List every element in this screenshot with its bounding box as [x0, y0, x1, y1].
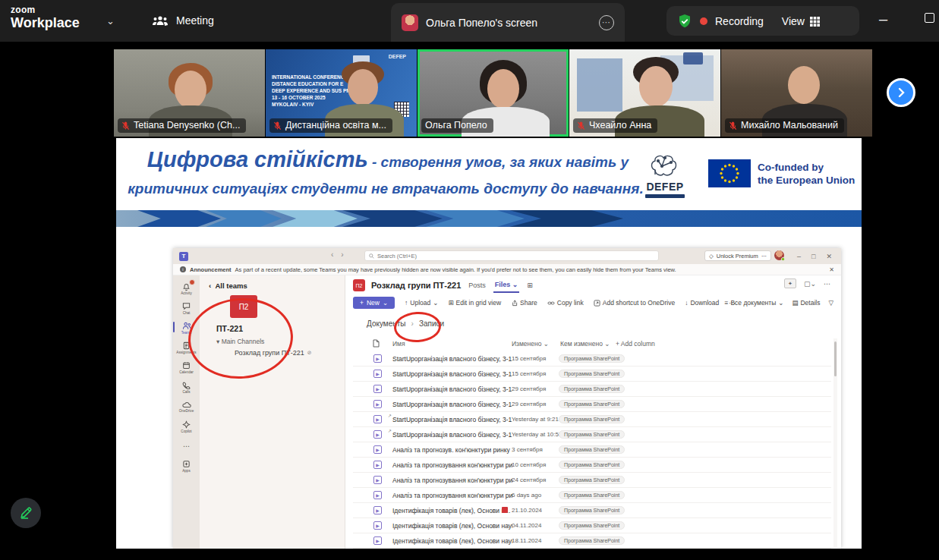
more-options-icon[interactable]: ⋯ [824, 280, 830, 288]
add-column-button[interactable]: + Add column [616, 340, 655, 348]
file-modified-by-badge[interactable]: Программа SharePoint [559, 521, 625, 530]
video-tile-mykhailo-malovanyi[interactable]: Михайло Мальований [721, 49, 872, 137]
details-button[interactable]: ▤ Details [792, 299, 820, 307]
download-button[interactable]: ↓ Download [685, 299, 719, 307]
file-row[interactable]: ▶ Аналіз та прогнозув. кон'юнктури ринку… [353, 442, 831, 458]
file-name[interactable]: StartUpорганізація власного бізнесу, 3-1… [392, 416, 512, 423]
file-name[interactable]: Аналіз та прогнозування кон'юнктури ри..… [392, 492, 512, 499]
file-row[interactable]: ▶ Ідентифікація товарів (лек), Основи на… [353, 533, 831, 549]
search-input[interactable] [377, 253, 654, 260]
participant-name-pill: Михайло Мальований [725, 118, 844, 133]
scrollbar-thumb[interactable] [834, 341, 837, 376]
sparkle-icon[interactable]: ✦ [784, 278, 796, 288]
upload-button[interactable]: ↑ Upload ⌄ [405, 299, 438, 307]
column-modified-by[interactable]: Кем изменено ⌄ [560, 340, 610, 348]
nav-back-forward-icons[interactable]: ‹› [331, 250, 351, 259]
window-maximize-button[interactable] [925, 13, 934, 23]
tab-files[interactable]: Files ⌄ [493, 278, 520, 293]
file-row[interactable]: ▶ StartUpорганізація власного бізнесу, 3… [353, 397, 831, 412]
unlock-premium-button[interactable]: ◇ Unlock Premium ⋯ [704, 250, 771, 261]
file-modified-date: 15 сентября [512, 370, 546, 377]
teams-user-avatar[interactable] [774, 250, 784, 260]
tab-meeting[interactable]: Meeting [152, 10, 214, 31]
file-row[interactable]: ▶ Аналіз та прогнозування кон'юнктури ри… [353, 458, 831, 473]
window-minimize-button[interactable]: – [879, 11, 887, 28]
file-modified-by-badge[interactable]: Программа SharePoint [559, 430, 625, 439]
file-row[interactable]: ▶ Ідентифікація товарів (лек), Основи н.… [353, 503, 831, 518]
file-modified-by-badge[interactable]: Программа SharePoint [559, 400, 625, 408]
tab-screen-share[interactable]: Ольга Попело's screen ⋯ [391, 3, 625, 42]
file-name[interactable]: Аналіз та прогнозув. кон'юнктури ринку .… [392, 446, 512, 454]
security-shield-icon[interactable] [677, 14, 692, 29]
file-row[interactable]: ▶ StartUpорганізація власного бізнесу, 3… [353, 351, 831, 367]
file-modified-date: 24 сентября [512, 477, 546, 483]
file-modified-by-badge[interactable]: Программа SharePoint [559, 370, 625, 378]
file-name[interactable]: StartUpорганізація власного бізнесу, 3-1… [392, 370, 512, 378]
video-file-icon: ▶ [373, 445, 382, 454]
defep-logo-mini: DEFEP [389, 54, 406, 59]
file-modified-by-badge[interactable]: Программа SharePoint [559, 536, 625, 545]
teams-search-box[interactable] [364, 250, 659, 261]
file-modified-by-badge[interactable]: Программа SharePoint [559, 415, 625, 423]
rail-item-more[interactable]: ⋯ [173, 437, 200, 455]
tab-more-options-icon[interactable]: ⋯ [599, 15, 614, 30]
video-tile-olga-popelo-active[interactable]: Ольга Попело [418, 49, 569, 137]
file-name[interactable]: StartUpорганізація власного бізнесу, 3-1… [392, 401, 512, 408]
tab-posts[interactable]: Posts [467, 278, 487, 292]
rail-item-activity[interactable]: Activity [173, 279, 200, 297]
file-name[interactable]: StartUpорганізація власного бізнесу, 3-1… [392, 355, 512, 363]
video-tile-chkheailo-anna[interactable]: Чхеайло Анна [569, 49, 720, 137]
rail-item-calls[interactable]: Calls [173, 378, 200, 396]
file-name[interactable]: Аналіз та прогнозування кон'юнктури ри..… [392, 461, 512, 469]
video-tile-distance-education[interactable]: INTERNATIONAL CONFERENC DISTANCE EDUCATI… [266, 49, 417, 137]
chevron-down-icon[interactable]: ⌄ [106, 15, 115, 27]
column-name[interactable]: Имя [392, 340, 405, 348]
file-row[interactable]: ▶ StartUpорганізація власного бізнесу, 3… [353, 367, 831, 382]
teams-close-button[interactable]: ✕ [826, 253, 832, 260]
view-filter-dropdown[interactable]: ≡ Все документы ⌄ [724, 299, 783, 307]
file-modified-by-badge[interactable]: Программа SharePoint [559, 445, 625, 454]
filter-funnel-icon[interactable]: ▽ [828, 299, 833, 307]
file-row[interactable]: ↗ ▶ StartUpорганізація власного бізнесу,… [353, 412, 831, 427]
file-row[interactable]: ▶ Ідентифікація товарів (лек), Основи на… [353, 518, 831, 533]
files-scrollbar[interactable] [833, 338, 837, 548]
rail-item-onedrive[interactable]: OneDrive [173, 398, 200, 416]
add-tab-icon[interactable]: ⊞ [525, 278, 534, 292]
file-modified-by-badge[interactable]: Программа SharePoint [559, 491, 625, 499]
file-modified-by-badge[interactable]: Программа SharePoint [559, 461, 625, 469]
file-name[interactable]: Аналіз та прогнозування кон'юнктури ри..… [392, 477, 512, 484]
file-row[interactable]: ↗ ▶ StartUpорганізація власного бізнесу,… [353, 427, 831, 442]
annotate-button[interactable] [11, 498, 41, 528]
file-name[interactable]: Ідентифікація товарів (лек), Основи наук… [392, 537, 512, 545]
file-name[interactable]: StartUpорганізація власного бізнесу, 3-1… [392, 431, 512, 439]
share-button[interactable]: Share [511, 299, 537, 307]
file-modified-by-badge[interactable]: Программа SharePoint [559, 385, 625, 393]
file-name[interactable]: StartUpорганізація власного бізнесу, 3-1… [392, 385, 512, 393]
file-name[interactable]: Ідентифікація товарів (лек), Основи наук… [392, 522, 512, 530]
file-modified-by-badge[interactable]: Программа SharePoint [559, 476, 625, 484]
meet-camera-icon[interactable]: ▢⌄ [804, 280, 816, 288]
video-tile-tetiana[interactable]: Tetiana Denysenko (Ch... [114, 49, 265, 137]
rail-item-chat[interactable]: Chat [173, 299, 200, 317]
file-row[interactable]: ▶ Аналіз та прогнозування кон'юнктури ри… [353, 473, 831, 488]
rail-item-copilot[interactable]: Copilot [173, 417, 200, 436]
file-name[interactable]: Ідентифікація товарів (лек), Основи н... [392, 507, 512, 514]
next-participants-button[interactable] [887, 78, 915, 107]
video-file-icon: ▶ [373, 476, 382, 484]
new-button[interactable]: + New ⌄ [353, 297, 395, 309]
add-shortcut-button[interactable]: Add shortcut to OneDrive [594, 299, 675, 307]
rail-item-apps[interactable]: Apps [173, 457, 200, 475]
view-button[interactable]: View [782, 15, 820, 27]
teams-restore-button[interactable]: □ [811, 253, 815, 260]
file-row[interactable]: ▶ StartUpорганізація власного бізнесу, 3… [353, 382, 831, 397]
file-modified-by-badge[interactable]: Программа SharePoint [559, 506, 625, 514]
all-teams-back[interactable]: ‹ All teams [209, 282, 247, 290]
column-modified[interactable]: Изменено ⌄ [512, 340, 549, 348]
file-row[interactable]: ▶ Аналіз та прогнозування кон'юнктури ри… [353, 488, 831, 503]
copy-link-button[interactable]: Copy link [547, 299, 584, 307]
edit-grid-view-button[interactable]: ⊞ Edit in grid view [448, 299, 501, 307]
teams-minimize-button[interactable]: – [797, 253, 801, 260]
file-modified-by-badge[interactable]: Программа SharePoint [559, 354, 625, 363]
announcement-close-icon[interactable]: ✕ [829, 266, 834, 273]
meeting-status-controls: Recording View [666, 6, 859, 36]
